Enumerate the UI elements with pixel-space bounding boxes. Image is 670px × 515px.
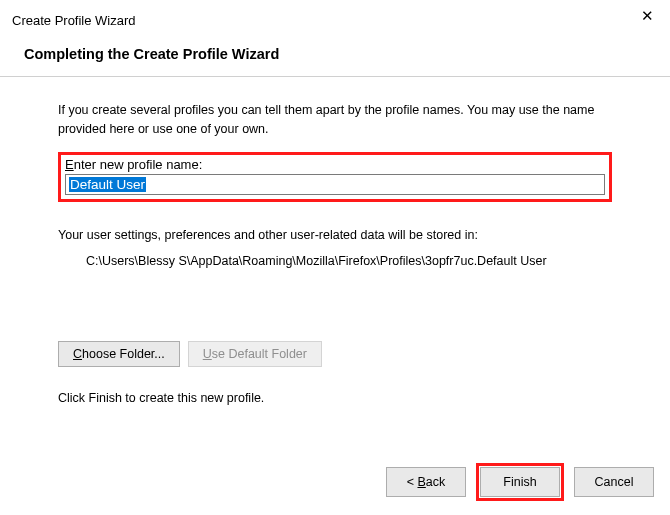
close-button[interactable]: ✕ xyxy=(624,0,670,32)
storage-intro: Your user settings, preferences and othe… xyxy=(58,228,612,242)
use-default-folder-button: Use Default Folder xyxy=(188,341,322,367)
cancel-button[interactable]: Cancel xyxy=(574,467,654,497)
storage-path: C:\Users\Blessy S\AppData\Roaming\Mozill… xyxy=(58,252,612,271)
titlebar: Create Profile Wizard ✕ xyxy=(0,0,670,40)
footer-buttons: < Back Finish Cancel xyxy=(386,463,654,501)
profile-name-label: Enter new profile name: xyxy=(65,157,605,172)
back-button[interactable]: < Back xyxy=(386,467,466,497)
finish-button[interactable]: Finish xyxy=(480,467,560,497)
divider xyxy=(0,76,670,77)
window-title: Create Profile Wizard xyxy=(12,13,136,28)
profile-name-highlight: Enter new profile name: Default User xyxy=(58,152,612,202)
folder-buttons-row: Choose Folder... Use Default Folder xyxy=(58,341,612,367)
content-area: If you create several profiles you can t… xyxy=(0,101,670,405)
choose-folder-button[interactable]: Choose Folder... xyxy=(58,341,180,367)
finish-highlight: Finish xyxy=(476,463,564,501)
intro-text: If you create several profiles you can t… xyxy=(58,101,612,140)
finish-hint: Click Finish to create this new profile. xyxy=(58,391,612,405)
close-icon: ✕ xyxy=(641,7,654,25)
profile-name-value: Default User xyxy=(69,177,146,192)
profile-name-input[interactable]: Default User xyxy=(65,174,605,195)
page-title: Completing the Create Profile Wizard xyxy=(0,40,670,76)
